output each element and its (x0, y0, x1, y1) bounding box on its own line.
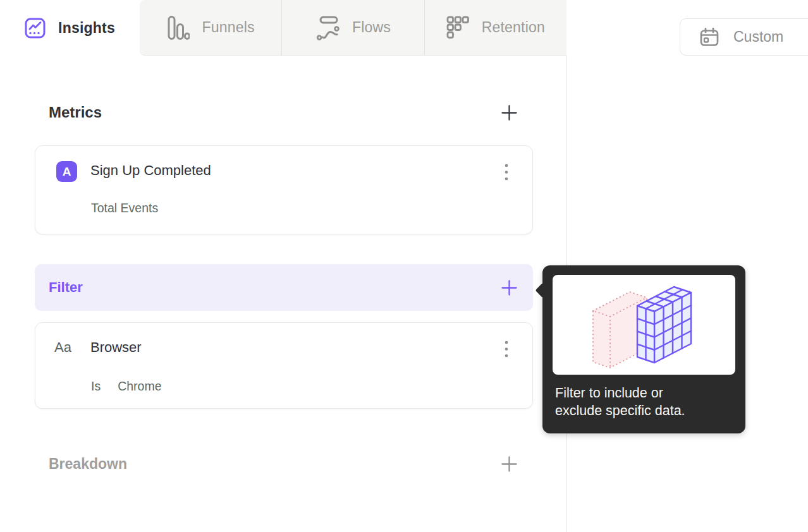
filter-cube-illustration (553, 275, 735, 375)
add-breakdown-button[interactable] (499, 454, 518, 473)
breakdown-heading: Breakdown (49, 456, 127, 473)
tab-funnels-label: Funnels (202, 19, 255, 36)
kebab-menu-icon (505, 340, 508, 359)
metrics-heading: Metrics (49, 104, 102, 121)
tab-insights-label: Insights (58, 20, 115, 37)
filter-options-button[interactable] (498, 338, 515, 361)
tab-flows-label: Flows (352, 19, 391, 36)
filter-property-name: Browser (90, 339, 142, 356)
plus-icon (501, 279, 518, 296)
tab-retention-label: Retention (482, 19, 545, 36)
filter-heading: Filter (49, 279, 83, 296)
funnels-icon (167, 15, 190, 40)
insights-report-builder: Insights Funnels Flows (0, 0, 808, 532)
plus-icon (501, 456, 518, 473)
calendar-icon (699, 27, 719, 47)
flows-icon (315, 15, 340, 40)
metrics-header-row: Metrics (35, 100, 533, 125)
insights-chart-icon (25, 18, 46, 39)
tooltip-line-2: exclude specific data. (555, 402, 730, 420)
tab-insights[interactable]: Insights (0, 0, 140, 56)
date-range-label: Custom (733, 28, 783, 45)
metric-options-button[interactable] (498, 161, 515, 184)
kebab-menu-icon (505, 163, 508, 182)
metric-series-badge: A (56, 161, 77, 182)
report-type-tabbar: Insights Funnels Flows (0, 0, 567, 56)
plus-icon (501, 104, 518, 121)
tooltip-description: Filter to include or exclude specific da… (555, 384, 730, 420)
metric-aggregation[interactable]: Total Events (91, 201, 158, 215)
breakdown-header-row: Breakdown (35, 451, 533, 476)
string-property-icon: Aa (54, 339, 71, 356)
filter-header-row[interactable]: Filter (35, 264, 533, 311)
metric-event-name: Sign Up Completed (90, 162, 211, 179)
filter-operator[interactable]: Is (91, 379, 101, 394)
filter-card[interactable]: Aa Browser Is Chrome (35, 322, 533, 409)
tab-retention[interactable]: Retention (425, 0, 566, 55)
tab-flows[interactable]: Flows (282, 0, 424, 55)
metric-card[interactable]: A Sign Up Completed Total Events (35, 145, 533, 234)
filter-tooltip: Filter to include or exclude specific da… (542, 265, 745, 433)
filter-value[interactable]: Chrome (118, 379, 161, 394)
add-metric-button[interactable] (499, 103, 518, 122)
tab-funnels[interactable]: Funnels (140, 0, 281, 55)
date-range-custom-button[interactable]: Custom (680, 18, 808, 56)
tooltip-line-1: Filter to include or (555, 384, 730, 402)
retention-icon (446, 16, 469, 39)
add-filter-button[interactable] (499, 278, 518, 297)
filter-condition-row: Is Chrome (91, 379, 162, 394)
tooltip-arrow (535, 282, 550, 298)
inactive-tabs-group: Funnels Flows (140, 0, 566, 56)
